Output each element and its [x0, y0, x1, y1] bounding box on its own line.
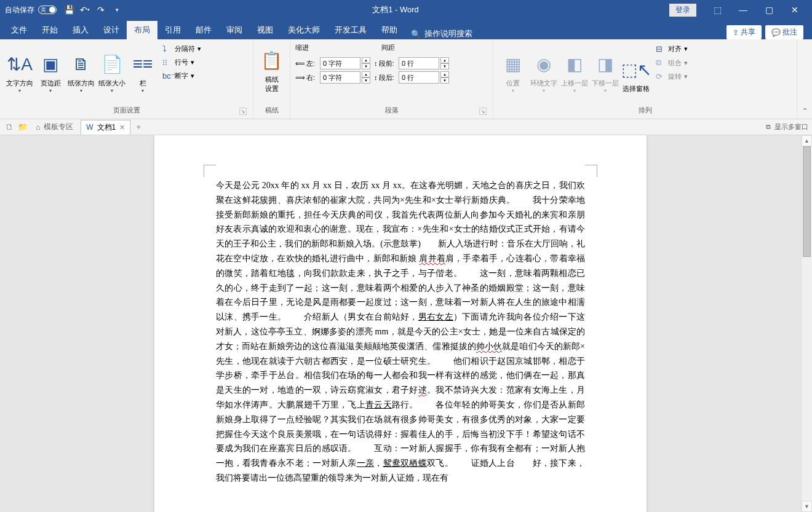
save-icon[interactable]: 💾	[64, 5, 74, 15]
tab-review[interactable]: 审阅	[219, 21, 250, 39]
minimize-icon[interactable]: —	[731, 1, 755, 18]
indent-left-icon: ⟸	[295, 60, 305, 68]
tab-beautify[interactable]: 美化大师	[281, 21, 327, 39]
margins-button[interactable]: ▣页边距▾	[36, 42, 65, 96]
tell-me-search[interactable]: 🔍 操作说明搜索	[411, 28, 472, 39]
tab-insert[interactable]: 插入	[65, 21, 96, 39]
margins-icon: ▣	[42, 52, 58, 76]
spin-up[interactable]: ▲	[362, 57, 370, 63]
paragraph-dialog-launcher[interactable]: ↘	[479, 108, 487, 115]
selection-pane-icon: ⬚↖	[621, 57, 651, 82]
spin-down[interactable]: ▼	[440, 63, 449, 69]
open-folder-icon[interactable]: 📁	[17, 122, 28, 133]
qat-more-icon[interactable]: ▾	[112, 5, 122, 15]
spin-up[interactable]: ▲	[362, 71, 370, 77]
search-icon: 🔍	[411, 30, 421, 39]
share-button[interactable]: ⇪共享	[726, 25, 762, 39]
manuscript-button[interactable]: 📋稿纸 设置	[258, 42, 285, 96]
close-tab-icon[interactable]: ✕	[119, 124, 125, 132]
margin-corner-tl	[204, 165, 216, 177]
page-setup-dialog-launcher[interactable]: ↘	[239, 108, 247, 115]
orientation-button[interactable]: 🗎纸张方向▾	[66, 42, 96, 96]
text-direction-button[interactable]: ⇅A文字方向▾	[5, 42, 34, 96]
tab-design[interactable]: 设计	[96, 21, 127, 39]
window-title: 文档1 - Word	[122, 4, 669, 15]
template-tab[interactable]: ⌂模板专区	[31, 120, 78, 134]
tab-home[interactable]: 开始	[34, 21, 65, 39]
comment-icon: 💬	[771, 28, 781, 37]
home-icon: ⌂	[36, 123, 40, 132]
close-icon[interactable]: ✕	[782, 1, 807, 18]
breaks-icon: ⤵	[162, 44, 172, 53]
indent-right-input[interactable]	[320, 71, 360, 84]
rotate-button: ⟳旋转 ▾	[653, 71, 690, 82]
add-tab-icon[interactable]: +	[133, 122, 144, 133]
indent-label: 缩进	[295, 43, 309, 52]
size-button[interactable]: 📄纸张大小▾	[97, 42, 127, 96]
line-numbers-button[interactable]: ⁝⁝行号 ▾	[160, 57, 204, 68]
maximize-icon[interactable]: ▢	[757, 1, 781, 18]
text-direction-icon: ⇅A	[7, 52, 33, 76]
space-after-icon: ↕	[374, 74, 378, 81]
spacing-label: 间距	[381, 43, 395, 52]
tab-help[interactable]: 帮助	[374, 21, 405, 39]
spin-down[interactable]: ▼	[362, 63, 370, 69]
group-paragraph: 段落↘	[295, 104, 488, 116]
scroll-thumb[interactable]	[803, 146, 811, 257]
line-numbers-icon: ⁝⁝	[162, 58, 172, 67]
indent-left-input[interactable]	[320, 57, 360, 69]
vertical-scrollbar[interactable]: ▲ ▼	[801, 135, 812, 512]
rotate-icon: ⟳	[656, 72, 666, 81]
hyphen-icon: bc⁻	[162, 71, 172, 81]
comments-button[interactable]: 💬批注	[765, 25, 803, 39]
scroll-up-icon[interactable]: ▲	[802, 135, 812, 146]
breaks-button[interactable]: ⤵分隔符 ▾	[160, 43, 204, 55]
undo-icon[interactable]: ↶▾	[80, 5, 90, 15]
multi-window-label[interactable]: 显示多窗口	[774, 122, 808, 132]
indent-right-icon: ⟹	[295, 74, 305, 82]
page-size-icon: 📄	[102, 52, 123, 76]
ribbon-options-icon[interactable]: ⬚	[705, 1, 730, 18]
tab-dev[interactable]: 开发工具	[327, 21, 374, 39]
align-button[interactable]: ⊟对齐 ▾	[653, 43, 690, 55]
margin-corner-tr	[585, 165, 597, 177]
hyphenation-button[interactable]: bc⁻断字 ▾	[160, 70, 204, 82]
group-icon: ⧉	[656, 58, 666, 68]
spin-down[interactable]: ▼	[440, 77, 449, 84]
tab-file[interactable]: 文件	[4, 21, 34, 39]
space-after-input[interactable]	[399, 71, 439, 84]
group-button: ⧉组合 ▾	[653, 57, 690, 69]
collapse-ribbon-icon[interactable]: ⌃	[797, 39, 812, 119]
document-body[interactable]: 今天是公元 20xx 年的 xx 月 xx 日，农历 xx 月 xx。在这春光明…	[216, 178, 585, 486]
selection-pane-button[interactable]: ⬚↖选择窗格	[621, 42, 651, 96]
space-before-icon: ↕	[374, 60, 378, 67]
tab-mail[interactable]: 邮件	[188, 21, 219, 39]
align-icon: ⊟	[656, 44, 666, 53]
position-button: ▦位置▾	[498, 42, 528, 96]
group-page-setup: 页面设置↘	[5, 104, 248, 116]
send-backward-button: ◨下移一层▾	[591, 42, 620, 96]
group-manuscript: 稿纸	[258, 104, 285, 116]
multi-window-icon[interactable]: ⧉	[766, 123, 771, 131]
group-arrange: 排列	[498, 104, 792, 116]
login-button[interactable]: 登录	[669, 4, 696, 17]
document-tab[interactable]: W文档1✕	[81, 120, 130, 135]
spin-up[interactable]: ▲	[440, 57, 449, 63]
redo-icon[interactable]: ↷	[96, 5, 106, 15]
scroll-down-icon[interactable]: ▼	[802, 501, 812, 512]
new-doc-icon[interactable]: 🗋	[4, 122, 15, 133]
wrap-button: ◉环绕文字▾	[529, 42, 559, 96]
wrap-icon: ◉	[536, 52, 551, 76]
position-icon: ▦	[505, 52, 521, 76]
share-icon: ⇪	[733, 28, 739, 37]
tab-view[interactable]: 视图	[250, 21, 281, 39]
space-before-input[interactable]	[399, 57, 439, 69]
autosave-toggle[interactable]: 自动保存 关	[5, 5, 57, 15]
orientation-icon: 🗎	[73, 52, 90, 76]
columns-icon: ≡≡	[133, 52, 153, 76]
tab-layout[interactable]: 布局	[127, 21, 157, 39]
columns-button[interactable]: ≡≡栏▾	[128, 42, 157, 96]
spin-up[interactable]: ▲	[440, 71, 449, 77]
spin-down[interactable]: ▼	[362, 77, 370, 84]
tab-references[interactable]: 引用	[157, 21, 188, 39]
